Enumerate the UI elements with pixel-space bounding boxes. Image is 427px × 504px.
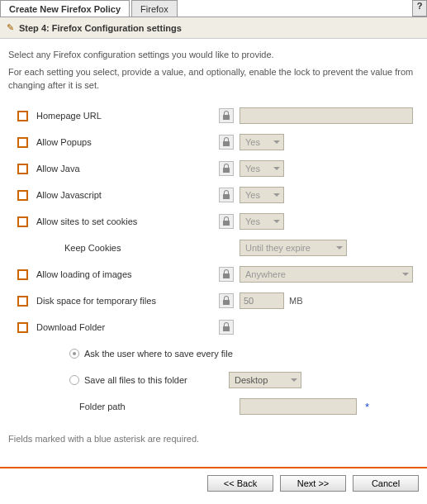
- intro-text-1: Select any Firefox configuration setting…: [8, 49, 419, 61]
- checkbox-popups[interactable]: [17, 137, 28, 148]
- tab-create-policy[interactable]: Create New Firefox Policy: [0, 0, 130, 17]
- chevron-down-icon: [273, 216, 280, 226]
- required-note: Fields marked with a blue asterisk are r…: [8, 434, 419, 444]
- label-folder-path: Folder path: [36, 402, 213, 411]
- input-homepage[interactable]: [240, 107, 413, 124]
- cancel-button[interactable]: Cancel: [353, 475, 419, 492]
- row-keep-cookies: Keep Cookies Until they expire: [8, 235, 419, 260]
- select-java[interactable]: Yes: [240, 160, 284, 177]
- row-radio-save: Save all files to this folder Desktop: [8, 368, 419, 392]
- label-cookies: Allow sites to set cookies: [36, 216, 213, 226]
- select-cookies[interactable]: Yes: [240, 213, 284, 230]
- row-java: Allow Java Yes: [8, 156, 419, 181]
- help-button[interactable]: ?: [412, 0, 427, 17]
- label-javascript: Allow Javascript: [36, 190, 213, 200]
- button-bar: << Back Next >> Cancel: [0, 475, 427, 500]
- lock-cookies[interactable]: [219, 214, 234, 229]
- row-popups: Allow Popups Yes: [8, 130, 419, 155]
- checkbox-download[interactable]: [17, 322, 28, 333]
- radio-ask[interactable]: [69, 349, 79, 359]
- checkbox-images[interactable]: [17, 269, 28, 280]
- wand-icon: ✎: [7, 22, 14, 33]
- intro-text-2: For each setting you select, provide a v…: [8, 66, 419, 92]
- lock-disk[interactable]: [219, 293, 234, 308]
- input-disk[interactable]: [240, 292, 284, 309]
- divider: [0, 467, 427, 468]
- checkbox-homepage[interactable]: [17, 111, 28, 121]
- checkbox-cookies[interactable]: [17, 216, 28, 227]
- disk-unit: MB: [289, 296, 303, 306]
- tab-firefox[interactable]: Firefox: [131, 0, 178, 17]
- step-title: Step 4: Firefox Configuration settings: [19, 23, 182, 33]
- checkbox-javascript[interactable]: [17, 190, 28, 201]
- chevron-down-icon: [336, 243, 343, 253]
- label-disk: Disk space for temporary files: [36, 296, 213, 306]
- chevron-down-icon: [291, 375, 297, 385]
- select-images[interactable]: Anywhere: [240, 266, 413, 283]
- chevron-down-icon: [273, 137, 280, 147]
- label-keep-cookies: Keep Cookies: [36, 243, 213, 253]
- row-disk: Disk space for temporary files MB: [8, 288, 419, 313]
- select-keep-cookies[interactable]: Until they expire: [240, 240, 347, 256]
- chevron-down-icon: [273, 164, 280, 174]
- checkbox-java[interactable]: [17, 164, 28, 174]
- select-javascript[interactable]: Yes: [240, 187, 284, 203]
- required-asterisk: *: [365, 401, 369, 413]
- lock-java[interactable]: [219, 161, 234, 176]
- chevron-down-icon: [273, 190, 280, 200]
- radio-save[interactable]: [69, 375, 79, 385]
- row-cookies: Allow sites to set cookies Yes: [8, 209, 419, 234]
- label-images: Allow loading of images: [36, 269, 213, 279]
- lock-images[interactable]: [219, 267, 234, 282]
- select-popups[interactable]: Yes: [240, 134, 284, 150]
- input-folder-path[interactable]: [240, 398, 357, 415]
- content-area: Select any Firefox configuration setting…: [0, 39, 427, 462]
- label-download: Download Folder: [36, 322, 213, 332]
- select-save-location[interactable]: Desktop: [229, 372, 301, 388]
- tab-bar: Create New Firefox Policy Firefox ?: [0, 0, 427, 17]
- row-folder-path: Folder path *: [8, 394, 419, 419]
- row-homepage: Homepage URL: [8, 103, 419, 128]
- lock-download[interactable]: [219, 320, 234, 335]
- checkbox-disk[interactable]: [17, 296, 28, 307]
- back-button[interactable]: << Back: [207, 475, 273, 492]
- chevron-down-icon: [402, 269, 409, 279]
- row-javascript: Allow Javascript Yes: [8, 183, 419, 207]
- label-radio-save: Save all files to this folder: [84, 375, 229, 385]
- label-popups: Allow Popups: [36, 137, 213, 147]
- row-radio-ask: Ask the user where to save every file: [8, 341, 419, 366]
- lock-homepage[interactable]: [219, 108, 234, 123]
- label-java: Allow Java: [36, 164, 213, 174]
- lock-javascript[interactable]: [219, 188, 234, 202]
- label-radio-ask: Ask the user where to save every file: [84, 349, 233, 359]
- lock-popups[interactable]: [219, 135, 234, 150]
- label-homepage: Homepage URL: [36, 111, 213, 121]
- row-images: Allow loading of images Anywhere: [8, 262, 419, 287]
- next-button[interactable]: Next >>: [280, 475, 346, 492]
- step-header: ✎ Step 4: Firefox Configuration settings: [0, 17, 427, 39]
- row-download: Download Folder: [8, 315, 419, 340]
